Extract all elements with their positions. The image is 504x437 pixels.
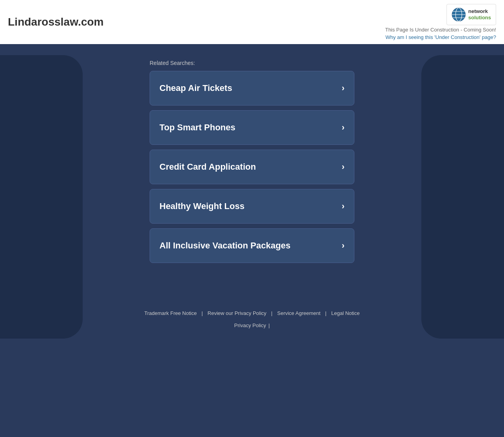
- network-solutions-logo: network solutions: [447, 4, 496, 25]
- chevron-right-icon: ›: [342, 241, 345, 251]
- under-construction-text: This Page Is Under Construction - Coming…: [385, 27, 496, 33]
- search-item-credit-card-application[interactable]: Credit Card Application ›: [150, 150, 354, 184]
- footer-privacy-link[interactable]: Privacy Policy: [234, 322, 266, 328]
- chevron-right-icon: ›: [342, 83, 345, 93]
- search-item-label: Cheap Air Tickets: [159, 83, 232, 93]
- footer-link-legal-notice[interactable]: Legal Notice: [326, 310, 364, 316]
- search-item-label: All Inclusive Vacation Packages: [159, 241, 291, 251]
- site-title[interactable]: Lindarosslaw.com: [8, 16, 104, 28]
- chevron-right-icon: ›: [342, 201, 345, 211]
- content-layer: Lindarosslaw.com network solutions: [0, 0, 504, 336]
- search-item-label: Top Smart Phones: [159, 122, 235, 133]
- search-item-top-smart-phones[interactable]: Top Smart Phones ›: [150, 110, 354, 145]
- search-item-cheap-air-tickets[interactable]: Cheap Air Tickets ›: [150, 71, 354, 106]
- ns-logo-text: network solutions: [468, 8, 491, 20]
- footer-links: Trademark Free Notice | Review our Priva…: [8, 310, 496, 316]
- search-item-healthy-weight-loss[interactable]: Healthy Weight Loss ›: [150, 189, 354, 224]
- footer: Trademark Free Notice | Review our Priva…: [0, 302, 504, 336]
- ns-logo-line1: network: [468, 8, 491, 15]
- footer-link-trademark[interactable]: Trademark Free Notice: [139, 310, 201, 316]
- ns-logo-line2: solutions: [468, 15, 491, 21]
- search-item-label: Credit Card Application: [159, 162, 256, 172]
- search-item-all-inclusive-vacation[interactable]: All Inclusive Vacation Packages ›: [150, 228, 354, 263]
- header-right: network solutions This Page Is Under Con…: [385, 4, 496, 40]
- chevron-right-icon: ›: [342, 162, 345, 172]
- footer-privacy: Privacy Policy |: [8, 322, 496, 328]
- footer-privacy-sep: |: [269, 322, 270, 328]
- ns-globe-icon: [452, 7, 466, 22]
- footer-link-service-agreement[interactable]: Service Agreement: [272, 310, 325, 316]
- search-items: Cheap Air Tickets › Top Smart Phones › C…: [150, 71, 354, 263]
- search-item-label: Healthy Weight Loss: [159, 201, 245, 211]
- footer-link-privacy-policy[interactable]: Review our Privacy Policy: [203, 310, 271, 316]
- main-content: Related Searches: Cheap Air Tickets › To…: [0, 44, 504, 279]
- related-searches-label: Related Searches:: [150, 60, 354, 66]
- chevron-right-icon: ›: [342, 122, 345, 133]
- header: Lindarosslaw.com network solutions: [0, 0, 504, 44]
- under-construction-link[interactable]: Why am I seeing this 'Under Construction…: [385, 34, 496, 40]
- page-wrapper: Lindarosslaw.com network solutions: [0, 0, 504, 437]
